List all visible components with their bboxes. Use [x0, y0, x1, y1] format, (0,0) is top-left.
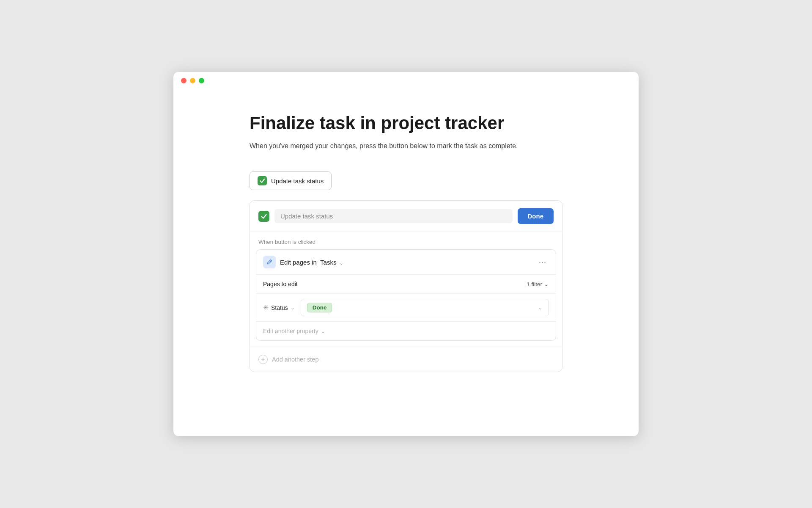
add-another-step-row: + Add another step — [250, 347, 562, 372]
pages-to-edit-label: Pages to edit — [263, 281, 298, 287]
app-window: Finalize task in project tracker When yo… — [173, 72, 639, 436]
done-button[interactable]: Done — [518, 208, 554, 224]
status-done-tag: Done — [307, 303, 332, 312]
status-label-button[interactable]: ✳ Status ⌄ — [263, 304, 295, 312]
close-button[interactable] — [181, 78, 187, 83]
edit-pages-icon-box — [263, 256, 276, 268]
update-status-btn-label: Update task status — [271, 177, 324, 185]
filter-button[interactable]: 1 filter ⌄ — [527, 281, 549, 287]
action-header: Edit pages in Tasks ⌄ ··· — [256, 250, 556, 275]
edit-another-chevron-icon: ⌄ — [321, 328, 326, 334]
titlebar — [173, 72, 639, 88]
action-db-name: Tasks — [320, 259, 336, 266]
main-card: Done When button is clicked — [250, 200, 562, 372]
action-title-prefix: Edit pages in — [280, 259, 317, 266]
minimize-button[interactable] — [190, 78, 195, 83]
action-title: Edit pages in Tasks ⌄ — [280, 259, 343, 266]
filter-count-label: 1 filter — [527, 281, 542, 287]
svg-line-0 — [270, 261, 271, 262]
checkbox-checked-icon — [258, 176, 267, 185]
action-title-db: Tasks ⌄ — [318, 259, 343, 266]
page-subtitle: When you've merged your changes, press t… — [250, 141, 562, 151]
maximize-button[interactable] — [199, 78, 204, 83]
card-header: Done — [250, 201, 562, 232]
main-content: Finalize task in project tracker When yo… — [173, 88, 639, 398]
card-checkbox-icon[interactable] — [258, 211, 269, 222]
action-block: Edit pages in Tasks ⌄ ··· Pages to edit … — [256, 249, 556, 341]
status-chevron-icon: ⌄ — [291, 305, 295, 311]
when-label: When button is clicked — [250, 232, 562, 249]
db-chevron-icon: ⌄ — [339, 260, 343, 266]
status-row: ✳ Status ⌄ Done ⌄ — [256, 294, 556, 322]
status-sun-icon: ✳ — [263, 304, 269, 312]
dropdown-chevron-icon: ⌄ — [538, 304, 543, 311]
edit-another-property-button[interactable]: Edit another property ⌄ — [263, 328, 326, 334]
task-title-input[interactable] — [274, 209, 513, 223]
add-step-plus-button[interactable]: + — [258, 355, 268, 364]
pages-to-edit-row: Pages to edit 1 filter ⌄ — [256, 275, 556, 294]
status-label: Status — [271, 304, 288, 311]
action-header-left: Edit pages in Tasks ⌄ — [263, 256, 343, 268]
page-title: Finalize task in project tracker — [250, 113, 562, 133]
filter-chevron-icon: ⌄ — [544, 281, 549, 287]
update-status-toggle-button[interactable]: Update task status — [250, 171, 332, 190]
add-step-label: Add another step — [272, 356, 318, 363]
action-more-button[interactable]: ··· — [536, 257, 549, 268]
status-value-dropdown[interactable]: Done ⌄ — [301, 299, 549, 316]
edit-another-property-label: Edit another property — [263, 328, 318, 334]
edit-another-property-row: Edit another property ⌄ — [256, 322, 556, 340]
